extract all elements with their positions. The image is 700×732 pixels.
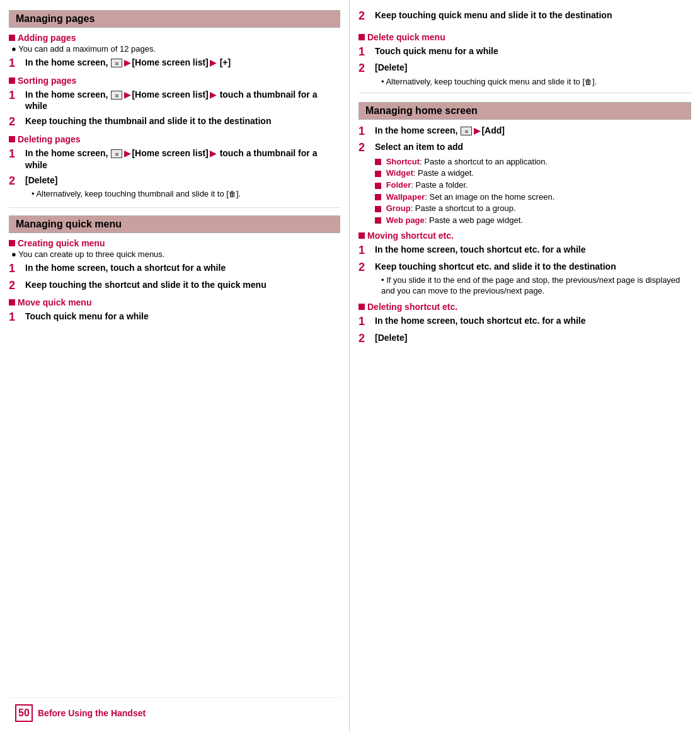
step-num: 1 — [9, 311, 23, 324]
step-num: 1 — [9, 89, 23, 103]
step-num: 1 — [359, 244, 372, 258]
step-row: 2 Keep touching shortcut etc. and slide … — [359, 261, 691, 275]
page-number: 50 — [15, 704, 33, 722]
step-num: 1 — [359, 125, 372, 139]
list-item: Shortcut: Paste a shortcut to an applica… — [375, 156, 691, 168]
item-label: Wallpaper — [386, 192, 425, 202]
step-row: 1 In the home screen, ≡▶[Home screen lis… — [9, 89, 340, 113]
bottom-label: Before Using the Handset — [38, 708, 146, 718]
adding-pages-bullet: You can add a maximum of 12 pages. — [11, 44, 340, 54]
deleting-pages-subsection: Deleting pages 1 In the home screen, ≡▶[… — [9, 134, 340, 200]
step-num: 1 — [9, 262, 23, 276]
move-quick-menu-title: Move quick menu — [9, 297, 340, 307]
step-content: In the home screen, ≡▶[Home screen list]… — [25, 147, 340, 171]
step-row: 1 In the home screen, ≡▶[Home screen lis… — [9, 57, 340, 71]
step-content: [Delete] — [25, 174, 57, 186]
bottom-bar: 50 Before Using the Handset — [9, 697, 340, 726]
step-sub: If you slide it to the end of the page a… — [375, 275, 691, 297]
list-item: Folder: Paste a folder. — [375, 180, 691, 191]
right-column: 2 Keep touching quick menu and slide it … — [350, 0, 700, 732]
creating-quick-menu-bullet: You can create up to three quick menus. — [11, 249, 340, 259]
step-row: 1 Touch quick menu for a while — [359, 45, 691, 59]
step-row: 2 [Delete] — [359, 62, 691, 76]
menu-icon: ≡ — [461, 127, 472, 135]
item-label: Folder — [386, 180, 411, 190]
step-num: 2 — [9, 279, 23, 293]
step-num: 2 — [359, 141, 372, 155]
step-content: [Delete] — [375, 332, 407, 344]
list-item: Widget: Paste a widget. — [375, 168, 691, 179]
bullet-icon — [359, 232, 365, 239]
item-label: Web page — [386, 215, 425, 225]
step-content: Touch quick menu for a while — [25, 311, 149, 323]
left-column: Managing pages Adding pages You can add … — [0, 0, 350, 732]
step-row: 2 Select an item to add — [359, 141, 691, 155]
page: Managing pages Adding pages You can add … — [0, 0, 700, 732]
step-num: 2 — [359, 261, 372, 275]
bullet-icon — [9, 77, 15, 84]
bullet-icon — [9, 35, 15, 41]
home-screen-steps: 1 In the home screen, ≡▶[Add] 2 Select a… — [359, 125, 691, 226]
adding-pages-title: Adding pages — [9, 33, 340, 43]
moving-shortcut-subsection: Moving shortcut etc. 1 In the home scree… — [359, 231, 691, 297]
moving-shortcut-title: Moving shortcut etc. — [359, 231, 691, 241]
step-content: In the home screen, ≡▶[Home screen list]… — [25, 57, 231, 69]
menu-icon: ≡ — [111, 59, 122, 67]
bullet-icon — [9, 299, 15, 306]
delete-quick-menu-title: Delete quick menu — [359, 32, 691, 42]
step-row: 2 [Delete] — [9, 174, 340, 188]
step-content: In the home screen, ≡▶[Home screen list]… — [25, 89, 340, 113]
managing-quick-menu-header: Managing quick menu — [9, 215, 340, 233]
step-content: Keep touching quick menu and slide it to… — [375, 9, 612, 21]
step-row: 2 Keep touching the shortcut and slide i… — [9, 279, 340, 293]
step-row: 1 Touch quick menu for a while — [9, 311, 340, 324]
step-sub-bullet: Alternatively, keep touching quick menu … — [375, 77, 691, 88]
managing-home-screen-header: Managing home screen — [359, 102, 691, 120]
step-content: In the home screen, ≡▶[Add] — [375, 125, 505, 137]
adding-pages-subsection: Adding pages You can add a maximum of 12… — [9, 33, 340, 71]
menu-icon: ≡ — [111, 91, 122, 100]
step-num: 2 — [9, 174, 23, 188]
step-content: Select an item to add — [375, 141, 463, 153]
bullet-icon — [9, 240, 15, 246]
list-item: Web page: Paste a web page widget. — [375, 215, 691, 226]
step-row: 1 In the home screen, touch shortcut etc… — [359, 315, 691, 329]
list-item: Group: Paste a shortcut to a group. — [375, 203, 691, 214]
step-content: [Delete] — [375, 62, 407, 74]
step-sub: Alternatively, keep touching thumbnail a… — [25, 189, 340, 200]
deleting-shortcut-title: Deleting shortcut etc. — [359, 302, 691, 312]
step-num: 2 — [359, 9, 372, 23]
managing-pages-section: Managing pages Adding pages You can add … — [9, 6, 340, 200]
step-row: 1 In the home screen, ≡▶[Home screen lis… — [9, 147, 340, 171]
select-item-list: Shortcut: Paste a shortcut to an applica… — [375, 156, 691, 226]
step-row: 1 In the home screen, ≡▶[Add] — [359, 125, 691, 139]
list-item: Wallpaper: Set an image on the home scre… — [375, 192, 691, 203]
step-num: 1 — [359, 315, 372, 329]
step-num: 1 — [9, 57, 23, 71]
step-num: 1 — [9, 147, 23, 161]
bullet-icon — [359, 34, 365, 40]
step-row: 2 [Delete] — [359, 332, 691, 346]
item-label: Widget — [386, 168, 413, 178]
step-num: 1 — [359, 45, 372, 59]
creating-quick-menu-subsection: Creating quick menu You can create up to… — [9, 238, 340, 292]
step-content: In the home screen, touch shortcut etc. … — [375, 244, 586, 256]
step-content: Keep touching shortcut etc. and slide it… — [375, 261, 616, 273]
sorting-pages-subsection: Sorting pages 1 In the home screen, ≡▶[H… — [9, 76, 340, 129]
step-sub: Alternatively, keep touching quick menu … — [375, 77, 691, 88]
sorting-pages-title: Sorting pages — [9, 76, 340, 86]
step-num: 2 — [359, 62, 372, 76]
step-content: In the home screen, touch a shortcut for… — [25, 262, 226, 274]
managing-home-screen-section: Managing home screen 1 In the home scree… — [359, 98, 691, 347]
delete-quick-menu-subsection: Delete quick menu 1 Touch quick menu for… — [359, 27, 691, 88]
step-num: 2 — [359, 332, 372, 346]
step-row: 2 Keep touching the thumbnail and slide … — [9, 115, 340, 129]
deleting-pages-title: Deleting pages — [9, 134, 340, 144]
step-content: Touch quick menu for a while — [375, 45, 498, 57]
step-row: 2 Keep touching quick menu and slide it … — [359, 9, 691, 23]
item-label: Group — [386, 203, 411, 213]
bullet-icon — [359, 304, 365, 310]
step-content: In the home screen, touch shortcut etc. … — [375, 315, 586, 327]
move-quick-menu-subsection: Move quick menu 1 Touch quick menu for a… — [9, 297, 340, 324]
step-content: Keep touching the shortcut and slide it … — [25, 279, 267, 291]
